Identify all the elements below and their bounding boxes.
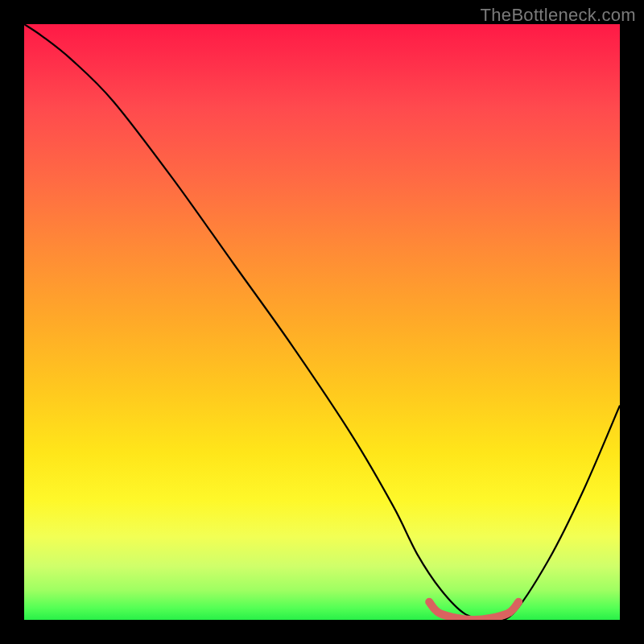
chart-frame: TheBottleneck.com bbox=[0, 0, 644, 644]
chart-overlay-svg bbox=[24, 24, 620, 620]
minimum-highlight bbox=[429, 602, 518, 620]
watermark-text: TheBottleneck.com bbox=[481, 5, 636, 26]
plot-area bbox=[24, 24, 620, 620]
curve-line bbox=[24, 24, 620, 620]
